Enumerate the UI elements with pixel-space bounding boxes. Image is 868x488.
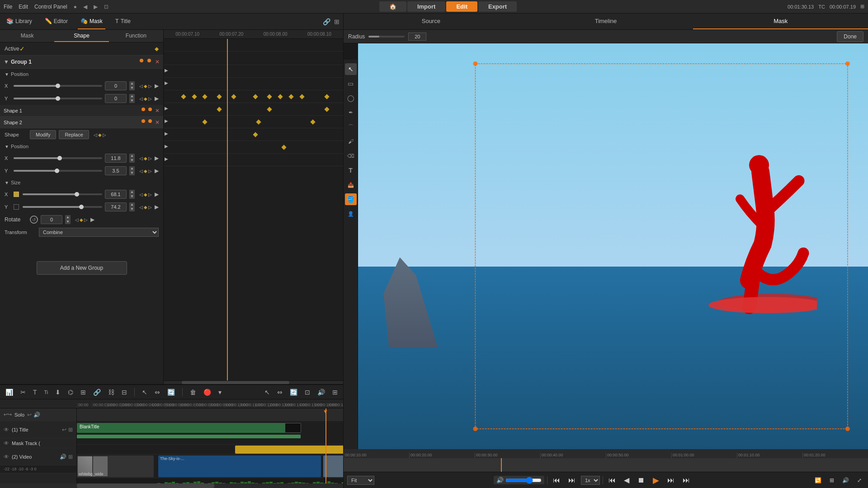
- add-group-button[interactable]: Add a New Group: [37, 261, 127, 275]
- kf-scrollbar[interactable]: [164, 380, 343, 384]
- tl-roll[interactable]: 🔄: [165, 388, 177, 397]
- fit-select[interactable]: Fit: [347, 476, 374, 485]
- rotate-up[interactable]: ▲: [65, 215, 71, 220]
- size-x-down[interactable]: ▼: [129, 194, 135, 199]
- modify-button[interactable]: Modify: [30, 130, 56, 139]
- x2-slider[interactable]: [14, 157, 102, 159]
- tl-select[interactable]: ↖: [140, 388, 149, 397]
- size-x-kf-next[interactable]: ▷: [148, 192, 152, 197]
- x2-kf-next[interactable]: ▷: [148, 156, 152, 161]
- tl-trim[interactable]: 🔄: [288, 388, 299, 397]
- person-tool[interactable]: 👤: [345, 208, 357, 220]
- export-button[interactable]: Export: [478, 1, 517, 12]
- video-expand2[interactable]: ⊞: [68, 454, 73, 460]
- rotate-expand[interactable]: ▶: [90, 216, 94, 223]
- size-y-input[interactable]: [105, 202, 127, 211]
- kf-diamond-1[interactable]: [181, 94, 186, 99]
- video-audio[interactable]: 🔊: [60, 454, 66, 460]
- tl-more[interactable]: ▾: [217, 388, 223, 397]
- tl-cut-mode[interactable]: ↖: [263, 388, 272, 397]
- mask-vis[interactable]: 👁: [4, 440, 9, 446]
- whitebg-clip[interactable]: whitebg_wide: [77, 455, 154, 477]
- pb-extra1[interactable]: 🔁: [812, 476, 824, 484]
- lasso-tool[interactable]: ⌒: [345, 121, 357, 133]
- done-button[interactable]: Done: [837, 31, 863, 42]
- menu-file[interactable]: File: [4, 4, 12, 10]
- menu-edit[interactable]: Edit: [19, 4, 28, 10]
- video-vis[interactable]: 👁: [4, 454, 9, 460]
- y-kf-next[interactable]: ▷: [148, 96, 152, 101]
- mask-sub-tab-mask[interactable]: Mask: [0, 30, 54, 42]
- speed-select[interactable]: 1x: [581, 476, 600, 485]
- group1-delete[interactable]: ✕: [155, 59, 160, 65]
- kf-diamond-3[interactable]: [203, 94, 208, 99]
- rotate-kf-add[interactable]: ◆: [80, 217, 83, 222]
- y-stepper[interactable]: ▲ ▼: [129, 94, 135, 103]
- y-expand[interactable]: ▶: [155, 95, 159, 102]
- tl-link[interactable]: 🔗: [91, 388, 103, 397]
- pb-extra4[interactable]: ⤢: [854, 476, 864, 484]
- tl-title[interactable]: Ti: [42, 389, 50, 396]
- volume-icon[interactable]: 🔊: [496, 477, 504, 483]
- speed-down[interactable]: ⏮: [550, 475, 563, 485]
- kf-diamond-11[interactable]: [325, 94, 330, 99]
- group1-header[interactable]: ▼ Group 1 ✕: [0, 55, 163, 69]
- pb-extra3[interactable]: 🔊: [840, 476, 852, 484]
- sky-clip[interactable]: The-Sky-is-...: [158, 455, 321, 477]
- size-x-kf-add[interactable]: ◆: [144, 192, 147, 197]
- shape-kf-next[interactable]: ▷: [103, 132, 106, 137]
- x2-kf-prev[interactable]: ◁: [139, 156, 143, 161]
- y2-kf-prev[interactable]: ◁: [139, 169, 143, 174]
- cursor-tool[interactable]: ↖: [345, 63, 357, 75]
- fill-tool[interactable]: 🪣: [345, 193, 357, 205]
- size-x-kf-prev[interactable]: ◁: [139, 192, 143, 197]
- radius-value[interactable]: [408, 33, 426, 41]
- kf-diamond-4[interactable]: [217, 94, 222, 99]
- kf-expand-rotate[interactable]: ▶: [165, 156, 168, 161]
- kf-diamond-2[interactable]: [192, 94, 197, 99]
- x2-up[interactable]: ▲: [129, 154, 135, 158]
- kf-expand-y[interactable]: ▶: [165, 80, 168, 85]
- size-x-expand[interactable]: ▶: [155, 191, 159, 197]
- active-keyframe-diamond[interactable]: ◆: [155, 46, 159, 52]
- tl-blade[interactable]: ✂: [19, 388, 28, 397]
- prev-frame[interactable]: ⏮: [606, 475, 618, 485]
- tl-marker[interactable]: 🔴: [202, 388, 213, 397]
- kf-diamond-7[interactable]: [267, 94, 272, 99]
- kf-expand-sizey[interactable]: ▶: [165, 144, 168, 149]
- y2-expand[interactable]: ▶: [155, 168, 159, 174]
- kf-size-x-d1[interactable]: [253, 132, 258, 137]
- home-button[interactable]: 🏠: [379, 1, 406, 12]
- size-x-up[interactable]: ▲: [129, 190, 135, 194]
- tl-chain[interactable]: ⛓: [106, 388, 116, 397]
- kf-pos2-y-d2[interactable]: [256, 119, 261, 124]
- tab-editor[interactable]: ✏️ Editor: [42, 14, 71, 29]
- tl-scroll-thumb[interactable]: [77, 483, 214, 488]
- tl-text[interactable]: T: [31, 388, 39, 397]
- mask-clip[interactable]: [235, 446, 343, 454]
- rotate-stepper[interactable]: ▲ ▼: [65, 215, 71, 224]
- position-section[interactable]: ▼ Position: [0, 69, 163, 80]
- radius-slider[interactable]: [368, 36, 405, 38]
- size-y-kf-prev[interactable]: ◁: [139, 205, 143, 210]
- rotate-kf-next[interactable]: ▷: [84, 217, 88, 222]
- solo-link[interactable]: ↩: [27, 412, 32, 418]
- x-stepper[interactable]: ▲ ▼: [129, 81, 135, 90]
- size-y-kf-add[interactable]: ◆: [144, 205, 147, 210]
- import-button[interactable]: Import: [407, 1, 445, 12]
- size-x-stepper[interactable]: ▲ ▼: [129, 190, 135, 199]
- stop-btn[interactable]: ⏹: [635, 475, 647, 485]
- edit-button[interactable]: Edit: [446, 1, 477, 12]
- menu-icon-1[interactable]: ●: [74, 4, 77, 10]
- tl-audio[interactable]: 🔊: [316, 388, 327, 397]
- tl-ripple[interactable]: ⌬: [66, 388, 75, 397]
- menu-icon-3[interactable]: ▶: [94, 4, 98, 10]
- replace-button[interactable]: Replace: [59, 130, 89, 139]
- x-input[interactable]: [105, 81, 127, 90]
- title-end-clip[interactable]: [285, 423, 301, 433]
- kf-pos2-x-d1[interactable]: [217, 107, 222, 112]
- shape-kf-add[interactable]: ◆: [98, 132, 102, 137]
- shape-kf-prev[interactable]: ◁: [94, 132, 97, 137]
- erase-tool[interactable]: ⌫: [345, 150, 357, 162]
- x2-input[interactable]: [105, 154, 127, 163]
